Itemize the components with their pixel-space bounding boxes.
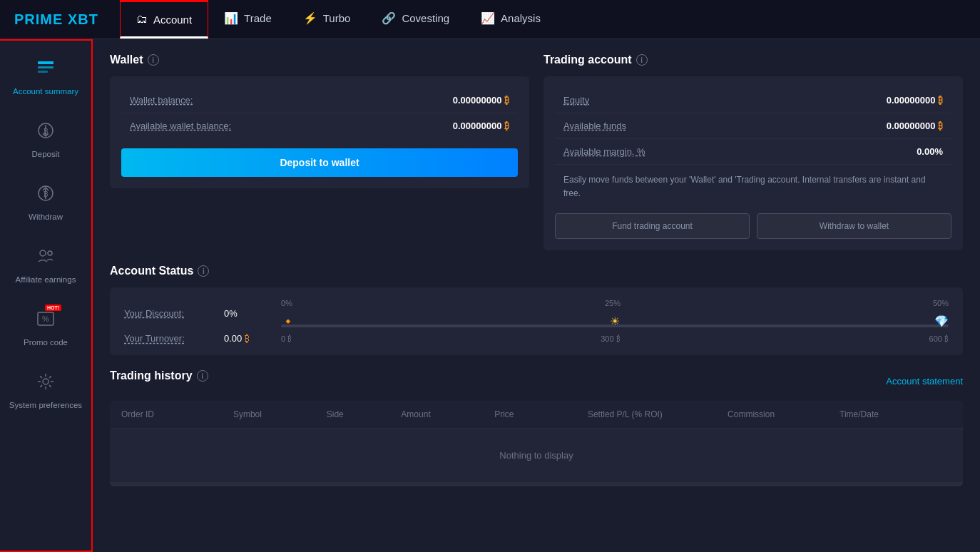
- main-layout: Account summary ₿ Deposit ₿: [0, 39, 980, 552]
- nav-covesting-label: Covesting: [402, 12, 449, 24]
- sidebar-item-withdraw[interactable]: ₿ Withdraw: [0, 173, 91, 232]
- svg-rect-0: [38, 61, 53, 64]
- trading-history-section: Trading history i Account statement Orde…: [110, 369, 963, 486]
- btc-symbol-4: ₿: [938, 121, 943, 131]
- account-statement-link[interactable]: Account statement: [886, 376, 963, 387]
- withdraw-to-wallet-button[interactable]: Withdraw to wallet: [757, 213, 951, 239]
- table-header: Order ID Symbol Side Amount Price Settle…: [110, 401, 963, 429]
- analysis-nav-icon: 📈: [481, 11, 495, 25]
- th-order-id: Order ID: [121, 409, 233, 419]
- turnover-label[interactable]: Your Turnover:: [124, 333, 217, 344]
- table-bottom-bar: [110, 482, 963, 486]
- discount-bar-container: 0% 25% 50% 🔸 ☀ 💎: [281, 299, 949, 327]
- nav-account-label: Account: [153, 14, 192, 26]
- deposit-wallet-button[interactable]: Deposit to wallet: [121, 148, 518, 177]
- turnover-levels: 0 ₿ 300 ₿ 600 ₿: [281, 334, 949, 343]
- account-nav-icon: 🗂: [136, 13, 148, 26]
- wallet-info-icon[interactable]: i: [148, 54, 159, 66]
- discount-row: Your Discount: 0% 0% 25% 50% 🔸 ☀ �: [124, 299, 949, 327]
- th-commission: Commission: [728, 409, 839, 419]
- transfer-buttons: Fund trading account Withdraw to wallet: [555, 213, 951, 239]
- available-margin-label[interactable]: Available margin, %: [563, 146, 645, 157]
- th-symbol: Symbol: [233, 409, 327, 419]
- svg-point-11: [43, 379, 49, 384]
- equity-row: Equity 0.00000000 ₿: [555, 88, 951, 113]
- discount-level-25: 25%: [605, 299, 621, 307]
- logo-prime: PRIME: [14, 11, 63, 27]
- turnover-value: 0.00 ₿: [224, 333, 274, 344]
- available-funds-row: Available funds 0.00000000 ₿: [555, 113, 951, 139]
- sidebar-item-deposit[interactable]: ₿ Deposit: [0, 111, 91, 170]
- main-nav: 🗂 Account 📊 Trade ⚡ Turbo 🔗 Covesting 📈 …: [120, 0, 556, 39]
- btc-symbol-2: ₿: [504, 121, 509, 131]
- table-empty-state: Nothing to display: [110, 429, 963, 482]
- sidebar-item-promo[interactable]: % HOT! Promo code: [0, 299, 91, 358]
- wallet-panel: Wallet balance: 0.00000000 ₿ Available w…: [110, 76, 529, 188]
- discount-label[interactable]: Your Discount:: [124, 308, 217, 319]
- th-pnl: Settled P/L (% ROI): [588, 409, 728, 419]
- discount-bar: 🔸 ☀ 💎: [281, 324, 949, 327]
- account-status-info-icon[interactable]: i: [198, 265, 209, 277]
- sidebar-promo-label: Promo code: [24, 337, 68, 348]
- discount-value: 0%: [224, 308, 274, 319]
- affiliate-icon: [36, 246, 56, 270]
- turnover-level-0: 0 ₿: [281, 334, 292, 343]
- fund-trading-button[interactable]: Fund trading account: [555, 213, 750, 239]
- sidebar-item-preferences[interactable]: System preferences: [0, 362, 91, 421]
- available-wallet-label[interactable]: Available wallet balance:: [130, 121, 231, 131]
- covesting-nav-icon: 🔗: [382, 11, 396, 25]
- wallet-balance-label[interactable]: Wallet balance:: [130, 95, 193, 106]
- main-content: Wallet i Wallet balance: 0.00000000 ₿ Av…: [93, 39, 980, 552]
- history-header: Trading history i Account statement: [110, 369, 963, 392]
- hot-badge: HOT!: [45, 305, 61, 311]
- available-funds-label[interactable]: Available funds: [563, 121, 626, 131]
- th-amount: Amount: [401, 409, 494, 419]
- top-nav: PRIME XBT 🗂 Account 📊 Trade ⚡ Turbo 🔗 Co…: [0, 0, 980, 39]
- svg-rect-2: [38, 71, 48, 73]
- turbo-nav-icon: ⚡: [303, 11, 317, 25]
- nav-item-account[interactable]: 🗂 Account: [120, 0, 208, 39]
- svg-point-8: [48, 251, 52, 255]
- history-info-icon[interactable]: i: [197, 370, 208, 382]
- sidebar: Account summary ₿ Deposit ₿: [0, 39, 93, 552]
- trade-nav-icon: 📊: [224, 11, 238, 25]
- nav-item-trade[interactable]: 📊 Trade: [208, 0, 287, 39]
- nav-item-turbo[interactable]: ⚡ Turbo: [287, 0, 367, 39]
- btc-symbol-5: ₿: [245, 333, 250, 344]
- available-funds-value: 0.00000000 ₿: [887, 121, 943, 131]
- wallet-section: Wallet i Wallet balance: 0.00000000 ₿ Av…: [110, 53, 529, 250]
- nav-item-analysis[interactable]: 📈 Analysis: [465, 0, 556, 39]
- available-wallet-row: Available wallet balance: 0.00000000 ₿: [121, 113, 518, 138]
- trading-account-info-icon[interactable]: i: [636, 54, 648, 66]
- turnover-level-300: 300 ₿: [601, 334, 620, 343]
- turnover-row: Your Turnover: 0.00 ₿ 0 ₿ 300 ₿ 600 ₿: [124, 333, 949, 344]
- th-side: Side: [327, 409, 402, 419]
- sidebar-preferences-label: System preferences: [9, 400, 82, 411]
- btc-symbol-1: ₿: [504, 95, 509, 106]
- logo-xbt: XBT: [63, 11, 98, 27]
- nav-item-covesting[interactable]: 🔗 Covesting: [366, 0, 465, 39]
- bar-icons: 🔸 ☀ 💎: [281, 315, 949, 328]
- sidebar-withdraw-label: Withdraw: [29, 212, 63, 223]
- btc-symbol-3: ₿: [938, 95, 943, 106]
- sidebar-item-affiliate[interactable]: Affiliate earnings: [0, 236, 91, 295]
- withdraw-icon: ₿: [36, 183, 56, 208]
- nav-trade-label: Trade: [244, 12, 272, 24]
- bar-icon-mid: ☀: [610, 315, 620, 328]
- wallet-balance-value: 0.00000000 ₿: [453, 95, 509, 106]
- equity-label[interactable]: Equity: [563, 95, 589, 106]
- trading-account-section: Trading account i Equity 0.00000000 ₿ Av…: [543, 53, 963, 250]
- deposit-icon: ₿: [36, 121, 56, 145]
- transfer-info-text: Easily move funds between your 'Wallet' …: [555, 165, 951, 209]
- svg-point-7: [40, 250, 46, 256]
- svg-rect-1: [38, 66, 53, 68]
- discount-level-50: 50%: [933, 299, 949, 307]
- sidebar-item-account-summary[interactable]: Account summary: [0, 48, 91, 107]
- nav-analysis-label: Analysis: [501, 12, 541, 24]
- account-status-title: Account Status i: [110, 265, 963, 277]
- trading-history-title: Trading history i: [110, 369, 208, 382]
- promo-icon: % HOT!: [36, 309, 56, 333]
- account-summary-icon: [36, 58, 56, 82]
- turnover-level-600: 600 ₿: [929, 334, 949, 343]
- th-price: Price: [494, 409, 588, 419]
